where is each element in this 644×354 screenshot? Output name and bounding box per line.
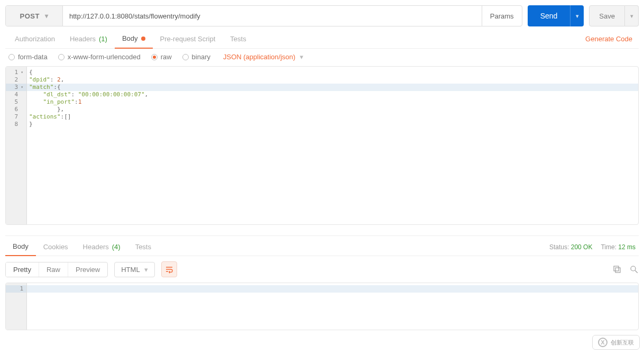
radio-binary[interactable]: binary [182,53,210,61]
code-line[interactable]: { [29,69,636,76]
response-lang-select[interactable]: HTML ▾ [114,262,154,277]
response-tabs: Body Cookies Headers (4) Tests Status: 2… [5,238,639,256]
chevron-down-icon: ▾ [144,266,148,274]
http-method-label: POST [20,12,40,20]
request-body-editor[interactable]: 1▾23▾45678 {"dpid": 2,"match":{ "dl_dst"… [5,66,639,225]
svg-point-2 [631,266,636,271]
watermark-logo-icon: X [598,338,608,347]
chevron-down-icon: ▾ [630,13,633,20]
editor-code[interactable] [27,283,638,330]
status-label: Status: [549,243,569,251]
lang-label: HTML [121,266,140,274]
radio-formdata[interactable]: form-data [8,53,48,61]
tab-authorization[interactable]: Authorization [7,30,62,49]
svg-rect-1 [614,266,619,271]
chevron-down-icon: ▾ [300,53,303,61]
code-line[interactable]: "actions":[] [29,113,636,121]
time-value: 12 ms [618,243,636,251]
generate-code-link[interactable]: Generate Code [585,35,637,43]
url-input[interactable] [63,6,482,26]
svg-line-3 [635,270,638,273]
save-button[interactable]: Save [589,5,625,26]
resp-tab-cookies[interactable]: Cookies [36,238,76,256]
seg-label: Pretty [13,266,31,274]
wrap-lines-button[interactable] [161,261,177,277]
tab-label: Tests [230,35,246,43]
seg-label: Preview [76,266,100,274]
line-number: 5 [6,98,23,106]
unsaved-dot-icon [141,37,145,41]
http-method-select[interactable]: POST ▾ [6,6,63,26]
radio-icon [58,54,65,60]
send-button[interactable]: Send [528,5,571,26]
tab-label: Headers [83,243,109,251]
tab-label: Body [122,34,138,42]
fold-toggle-icon[interactable]: ▾ [19,84,23,91]
watermark-text: 创新互联 [611,339,634,347]
editor-code[interactable]: {"dpid": 2,"match":{ "dl_dst": "00:00:00… [27,67,638,224]
generate-code-label: Generate Code [585,35,632,43]
tab-label: Body [13,242,29,250]
line-number: 2 [6,76,23,84]
line-number: 1▾ [6,69,23,76]
line-number: 4 [6,91,23,98]
code-line[interactable]: "dpid": 2, [29,76,636,84]
view-raw[interactable]: Raw [39,262,68,277]
watermark: X 创新互联 [592,335,640,350]
tab-headers[interactable]: Headers (1) [62,30,115,49]
view-mode-segment: Pretty Raw Preview [5,262,108,277]
content-type-select[interactable]: JSON (application/json) ▾ [223,53,303,61]
code-line[interactable]: "dl_dst": "00:00:00:00:00:07", [29,91,636,98]
search-icon [629,265,639,274]
editor-gutter: 1▾23▾45678 [6,67,27,224]
tab-prerequest[interactable]: Pre-request Script [153,30,223,49]
radio-icon [8,54,15,60]
line-number: 6 [6,106,23,113]
resp-tab-tests[interactable]: Tests [128,238,159,256]
radio-raw[interactable]: raw [151,53,172,61]
request-tabs: Authorization Headers (1) Body Pre-reque… [5,30,639,49]
time-label: Time: [601,243,617,251]
copy-icon [612,265,622,274]
wrap-icon [165,265,173,274]
tab-label: Authorization [15,35,55,43]
code-line[interactable]: }, [29,106,636,113]
code-line[interactable]: "in_port":1 [29,98,636,106]
tab-count: (4) [112,243,121,251]
params-button[interactable]: Params [482,6,522,26]
line-number: 3▾ [6,84,23,91]
content-type-label: JSON (application/json) [223,53,296,61]
view-preview[interactable]: Preview [68,262,107,277]
search-button[interactable] [629,265,639,274]
chevron-down-icon: ▾ [45,12,49,20]
radio-icon [182,54,189,60]
response-body-editor[interactable]: 1 [5,283,639,330]
tab-tests[interactable]: Tests [223,30,253,49]
chevron-down-icon: ▾ [576,13,579,20]
radio-icon [151,54,158,60]
radio-label: x-www-form-urlencoded [68,53,141,61]
resp-tab-headers[interactable]: Headers (4) [76,238,128,256]
resp-tab-body[interactable]: Body [5,238,36,256]
view-pretty[interactable]: Pretty [6,262,39,277]
code-line[interactable]: } [29,121,636,128]
radio-label: binary [192,53,210,61]
tab-label: Pre-request Script [160,35,216,43]
status-value: 200 OK [571,243,593,251]
line-number: 1 [6,285,23,293]
line-number: 7 [6,113,23,121]
svg-rect-0 [615,268,620,273]
line-number: 8 [6,121,23,128]
response-meta: Status: 200 OK Time: 12 ms [549,243,639,251]
tab-body[interactable]: Body [115,30,153,49]
radio-xwww[interactable]: x-www-form-urlencoded [58,53,141,61]
save-dropdown[interactable]: ▾ [625,5,639,26]
copy-button[interactable] [612,265,622,274]
save-label: Save [599,12,615,20]
fold-toggle-icon[interactable]: ▾ [19,69,23,76]
code-line[interactable]: "match":{ [29,84,636,91]
send-label: Send [540,12,558,20]
params-label: Params [490,12,514,20]
radio-label: form-data [18,53,48,61]
send-dropdown[interactable]: ▾ [570,5,584,26]
